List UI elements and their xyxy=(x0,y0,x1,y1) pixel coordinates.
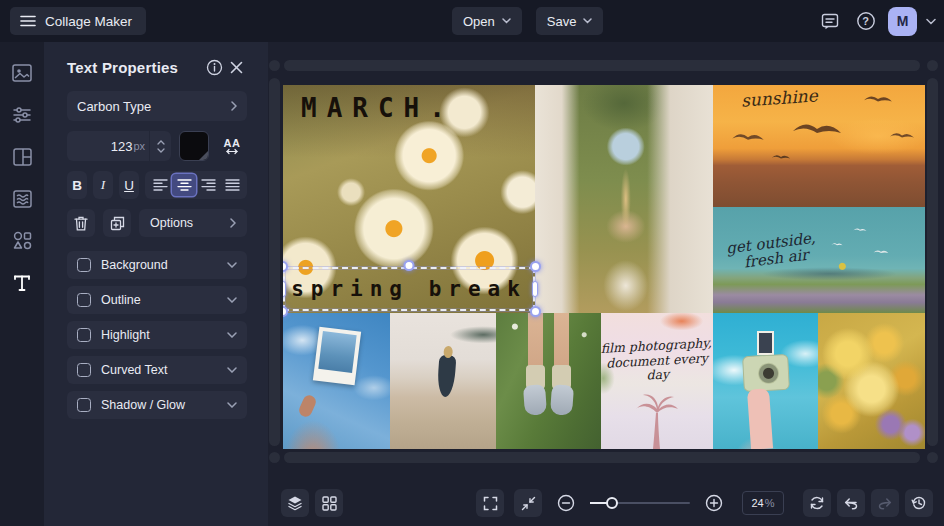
scrollbar-vertical-right[interactable] xyxy=(927,78,938,446)
zoom-slider[interactable] xyxy=(590,502,690,504)
rotate-handle[interactable] xyxy=(404,260,415,271)
reset-button[interactable] xyxy=(803,489,831,517)
resize-handle-left[interactable] xyxy=(283,281,286,297)
duplicate-icon xyxy=(110,216,125,231)
fit-screen-icon xyxy=(521,496,536,511)
section-shadow-glow[interactable]: Shadow / Glow xyxy=(67,391,247,419)
bird-icon xyxy=(889,127,915,145)
polaroid-print xyxy=(313,327,361,386)
canvas-text-sunshine[interactable]: sunshine xyxy=(740,85,818,110)
scroll-corner-dot xyxy=(269,60,280,71)
font-size-input[interactable]: 123 px xyxy=(67,131,171,161)
chevron-down-icon xyxy=(227,367,237,373)
history-icon xyxy=(911,495,927,511)
underline-button[interactable]: U xyxy=(119,171,139,199)
section-background[interactable]: Background xyxy=(67,251,247,279)
collage-photo-girl-braid[interactable] xyxy=(535,85,713,313)
canvas-text-get-outside[interactable]: get outside, fresh air xyxy=(725,230,818,273)
italic-button[interactable]: I xyxy=(93,171,113,199)
app-menu-button[interactable]: Collage Maker xyxy=(10,7,146,35)
text-selection-box[interactable]: spring break xyxy=(283,267,535,311)
curved-text-checkbox[interactable] xyxy=(77,363,91,377)
fullscreen-button[interactable] xyxy=(476,489,504,517)
sidebar-item-image-manager[interactable] xyxy=(4,56,40,89)
redo-button[interactable] xyxy=(871,489,899,517)
hand xyxy=(747,388,773,449)
highlight-checkbox[interactable] xyxy=(77,328,91,342)
sidebar-item-edit[interactable] xyxy=(4,98,40,131)
align-left-button[interactable] xyxy=(148,174,172,196)
resize-handle-top-right[interactable] xyxy=(530,261,541,272)
resize-handle-right[interactable] xyxy=(532,281,538,297)
zoom-out-button[interactable] xyxy=(552,489,580,517)
zoom-slider-knob[interactable] xyxy=(606,497,618,509)
section-curved-text[interactable]: Curved Text xyxy=(67,356,247,384)
resize-handle-bottom-right[interactable] xyxy=(530,306,541,317)
sidebar-item-layouts[interactable] xyxy=(4,140,40,173)
history-button[interactable] xyxy=(905,489,933,517)
section-highlight[interactable]: Highlight xyxy=(67,321,247,349)
zoom-percent-input[interactable]: 24 % xyxy=(742,491,784,515)
canvas-text-march[interactable]: MARCH. xyxy=(301,93,455,123)
align-center-button[interactable] xyxy=(172,174,196,196)
canvas-text-film[interactable]: film photography, document every day xyxy=(601,336,713,385)
letter-spacing-button[interactable]: AA xyxy=(217,131,247,161)
collage-photo-yellow-flowers[interactable] xyxy=(818,313,925,449)
chevron-down-icon xyxy=(227,297,237,303)
sidebar-item-text[interactable] xyxy=(4,266,40,299)
collage-photo-sunset-birds[interactable]: sunshine xyxy=(713,85,925,207)
align-justify-icon xyxy=(225,179,240,191)
scrollbar-vertical-left[interactable] xyxy=(269,78,280,446)
close-icon[interactable] xyxy=(225,56,247,78)
undo-icon xyxy=(843,496,859,510)
zoom-in-button[interactable] xyxy=(700,489,728,517)
save-button[interactable]: Save xyxy=(536,7,604,35)
avatar[interactable]: M xyxy=(888,7,917,36)
fit-to-screen-button[interactable] xyxy=(514,489,542,517)
sidebar-item-graphics[interactable] xyxy=(4,224,40,257)
feedback-icon[interactable] xyxy=(816,8,843,35)
collage-photo-polaroid-sky[interactable] xyxy=(283,313,390,449)
scrollbar-horizontal-bottom[interactable] xyxy=(284,452,920,463)
undo-button[interactable] xyxy=(837,489,865,517)
align-right-button[interactable] xyxy=(196,174,220,196)
duplicate-button[interactable] xyxy=(103,209,131,237)
step-down-icon xyxy=(157,148,165,153)
font-selector[interactable]: Carbon Type xyxy=(67,91,247,121)
bold-button[interactable]: B xyxy=(67,171,87,199)
bird-icon xyxy=(831,233,843,251)
delete-button[interactable] xyxy=(67,209,95,237)
refresh-icon xyxy=(809,495,825,511)
collage-canvas[interactable]: MARCH. sunshine get outside, fresh air xyxy=(283,85,925,449)
collage-photo-beach-walk[interactable] xyxy=(390,313,496,449)
bird-icon xyxy=(873,241,889,259)
scrollbar-horizontal-top[interactable] xyxy=(284,60,920,71)
help-icon[interactable]: ? xyxy=(852,8,879,35)
hamburger-icon xyxy=(20,15,36,27)
outline-checkbox[interactable] xyxy=(77,293,91,307)
collage-photo-sandals-grass[interactable] xyxy=(496,313,601,449)
collage-photo-beach-meadow[interactable]: get outside, fresh air xyxy=(713,207,925,313)
text-color-swatch[interactable] xyxy=(179,131,209,161)
collage-photo-film-quote[interactable]: film photography, document every day xyxy=(601,313,713,449)
section-outline[interactable]: Outline xyxy=(67,286,247,314)
font-size-stepper[interactable] xyxy=(149,131,171,161)
text-icon xyxy=(13,274,31,292)
layers-icon xyxy=(287,495,303,511)
shadow-glow-checkbox[interactable] xyxy=(77,398,91,412)
canvas-text-spring-break[interactable]: spring break xyxy=(291,277,527,301)
account-chevron-icon[interactable] xyxy=(926,18,936,25)
layers-button[interactable] xyxy=(281,489,309,517)
canvas-stage: MARCH. sunshine get outside, fresh air xyxy=(268,42,944,526)
align-justify-button[interactable] xyxy=(220,174,244,196)
panel-title: Text Properties xyxy=(67,59,203,76)
options-selector[interactable]: Options xyxy=(139,209,247,237)
sidebar-item-patterns[interactable] xyxy=(4,182,40,215)
open-button[interactable]: Open xyxy=(452,7,522,35)
chevron-down-icon xyxy=(583,18,592,24)
collage-photo-instax-camera[interactable] xyxy=(713,313,818,449)
info-icon[interactable] xyxy=(203,56,225,78)
hand-thumb xyxy=(297,393,318,418)
background-checkbox[interactable] xyxy=(77,258,91,272)
grid-layout-button[interactable] xyxy=(315,489,343,517)
